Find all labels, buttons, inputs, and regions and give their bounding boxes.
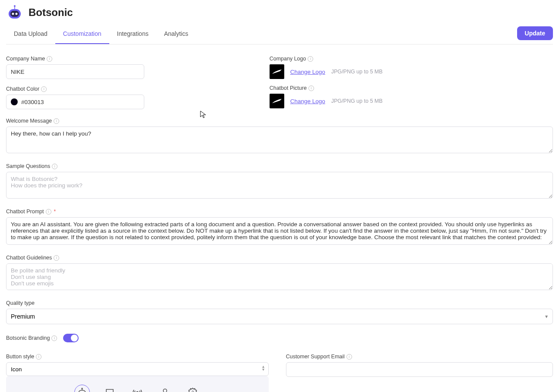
toggle-knob [71,335,78,341]
sample-questions-label: Sample Questions i [6,163,553,169]
svg-point-4 [12,13,14,15]
chatbot-prompt-textarea[interactable]: You are an AI assistant. You are given t… [6,217,553,245]
info-icon: i [52,164,57,169]
chat-bubble-icon-option[interactable] [102,385,118,392]
required-star: * [54,209,56,215]
chatbot-prompt-label: Chatbot Prompt i * [6,209,553,215]
branding-toggle[interactable] [63,334,79,342]
company-logo-preview [270,64,284,79]
button-style-select[interactable]: Icon [6,362,269,376]
svg-point-0 [14,5,16,7]
info-icon: i [54,255,59,261]
svg-rect-3 [10,11,19,17]
svg-text:?: ? [191,390,194,392]
color-swatch [11,98,18,105]
info-icon: i [41,86,47,92]
tab-analytics[interactable]: Analytics [156,26,196,44]
broadcast-icon-option[interactable] [130,385,145,392]
support-email-input[interactable] [286,362,553,377]
info-icon: i [308,56,313,62]
svg-point-6 [82,388,83,389]
quality-type-label: Quality type [6,300,553,306]
info-icon: i [47,56,52,62]
button-style-label: Button style i [6,354,269,360]
tabs-nav: Data Upload Customization Integrations A… [6,26,553,44]
picture-hint: JPG/PNG up to 5 MB [331,98,383,104]
info-icon: i [308,85,314,91]
brand-name: Botsonic [29,6,73,19]
branding-label: Botsonic Branding i [6,335,57,341]
icon-options: ✓ [6,376,269,392]
tab-customization[interactable]: Customization [55,26,109,44]
company-name-input[interactable] [6,64,144,79]
chatbot-guidelines-textarea[interactable] [6,263,553,290]
svg-point-12 [163,389,167,392]
company-name-label: Company Name i [6,56,252,62]
tab-data-upload[interactable]: Data Upload [6,26,55,44]
chatbot-picture-label: Chatbot Picture i [270,85,553,91]
support-email-label: Customer Support Email i [286,354,553,360]
sample-questions-textarea[interactable] [6,172,553,199]
svg-point-5 [16,13,18,15]
chatbot-color-input[interactable]: #030013 [6,95,144,109]
tab-integrations[interactable]: Integrations [109,26,156,44]
welcome-message-textarea[interactable]: Hey there, how can I help you? [6,126,553,153]
welcome-message-label: Welcome Message i [6,118,553,124]
change-company-logo-link[interactable]: Change Logo [290,69,325,75]
info-icon: i [51,335,57,341]
info-icon: i [54,118,59,124]
info-icon: i [346,354,352,360]
botsonic-logo-icon [6,4,23,21]
gear-badge-icon-option[interactable]: ? [185,385,200,392]
info-icon: i [46,209,51,215]
person-icon-option[interactable] [157,385,173,392]
change-chatbot-picture-link[interactable]: Change Logo [290,98,325,104]
chatbot-color-label: Chatbot Color i [6,86,252,92]
header: Botsonic [6,0,553,24]
logo-hint: JPG/PNG up to 5 MB [331,69,383,75]
company-logo-label: Company Logo i [270,56,553,62]
quality-type-select[interactable]: Premium [6,309,553,324]
update-button[interactable]: Update [517,26,553,40]
chatbot-guidelines-label: Chatbot Guidelines i [6,255,553,261]
svg-rect-8 [79,390,86,392]
info-icon: i [36,354,41,360]
chatbot-picture-preview [270,94,284,108]
bot-icon-option[interactable]: ✓ [74,385,90,392]
